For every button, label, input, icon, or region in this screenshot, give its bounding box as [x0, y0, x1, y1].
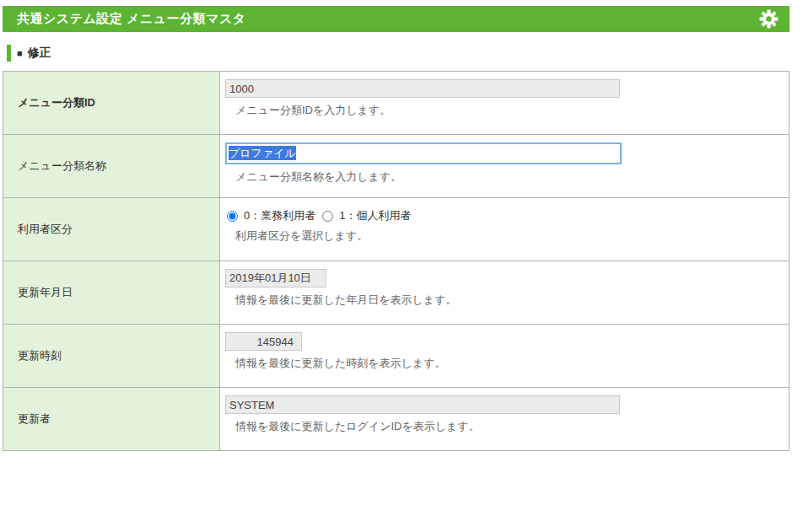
section-title: 修正 [28, 46, 51, 61]
page-title: 共通システム設定 メニュー分類マスタ [17, 11, 246, 27]
user-type-radio-group: 0：業務利用者 1：個人利用者 [227, 208, 780, 223]
updated-by-label: 更新者 [3, 388, 220, 451]
menu-category-name-label: メニュー分類名称 [3, 135, 220, 198]
user-type-help: 利用者区分を選択します。 [225, 228, 780, 244]
edit-form-table: メニュー分類ID メニュー分類IDを入力します。 メニュー分類名称 プロファイル… [3, 71, 790, 451]
menu-category-name-input[interactable]: プロファイル [225, 142, 622, 164]
form-row-menu-category-name: メニュー分類名称 プロファイル メニュー分類名称を入力します。 [3, 135, 790, 198]
form-row-update-date: 更新年月日 情報を最後に更新した年月日を表示します。 [3, 261, 790, 325]
menu-category-id-help: メニュー分類IDを入力します。 [225, 103, 780, 118]
user-type-label: 利用者区分 [3, 198, 220, 261]
settings-button[interactable] [759, 9, 779, 29]
gear-icon [759, 9, 779, 29]
user-type-radio-personal[interactable] [322, 211, 333, 222]
page: 共通システム設定 メニュー分類マスタ ■ 修正 [0, 0, 803, 532]
updated-by-input [225, 395, 620, 414]
user-type-radio-business[interactable] [227, 211, 238, 222]
section-heading: ■ 修正 [7, 45, 803, 62]
form-row-updated-by: 更新者 情報を最後に更新したログインIDを表示します。 [3, 388, 790, 451]
update-date-label: 更新年月日 [3, 261, 220, 325]
update-time-input [225, 332, 302, 351]
selected-text: プロファイル [229, 146, 296, 160]
page-header: 共通システム設定 メニュー分類マスタ [3, 6, 790, 32]
form-row-user-type: 利用者区分 0：業務利用者 1：個人利用者 利用者区分を選択します。 [3, 198, 790, 261]
form-row-menu-category-id: メニュー分類ID メニュー分類IDを入力します。 [3, 72, 790, 135]
user-type-option-personal[interactable]: 1：個人利用者 [322, 208, 411, 223]
user-type-option-business[interactable]: 0：業務利用者 [227, 208, 315, 223]
update-time-label: 更新時刻 [3, 325, 220, 388]
updated-by-help: 情報を最後に更新したログインIDを表示します。 [225, 419, 780, 434]
menu-category-id-input [225, 79, 620, 98]
section-marker-icon: ■ [17, 48, 23, 58]
update-time-help: 情報を最後に更新した時刻を表示します。 [225, 356, 780, 371]
menu-category-name-help: メニュー分類名称を入力します。 [225, 169, 780, 185]
menu-category-id-label: メニュー分類ID [3, 72, 220, 135]
form-row-update-time: 更新時刻 情報を最後に更新した時刻を表示します。 [3, 325, 790, 388]
update-date-input [225, 269, 326, 287]
update-date-help: 情報を最後に更新した年月日を表示します。 [225, 293, 780, 308]
